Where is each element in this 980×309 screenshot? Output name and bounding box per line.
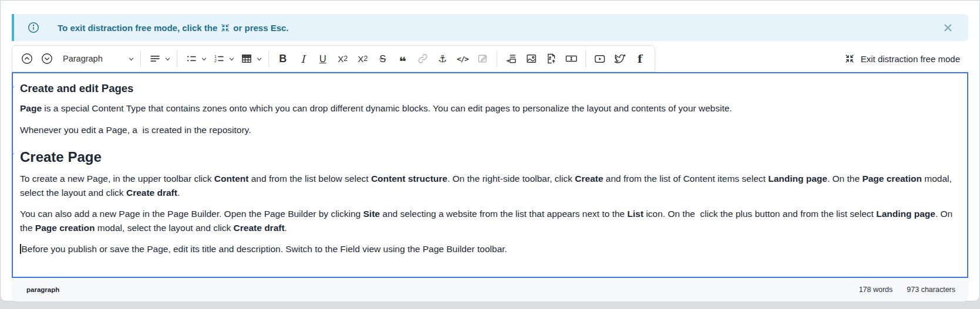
heading-anchor-marker: ¬ [12, 151, 17, 158]
link-button[interactable] [413, 49, 433, 69]
anchor-button[interactable]: ⚓ [433, 49, 453, 69]
insert-table-button[interactable] [237, 49, 257, 69]
block-format-dropdown[interactable]: Paragraph [57, 54, 129, 63]
bulleted-list-button[interactable] [181, 49, 201, 69]
close-x-icon[interactable]: ✕ [940, 21, 955, 35]
move-up-button[interactable] [17, 49, 37, 69]
chevron-down-icon[interactable] [228, 55, 235, 63]
banner-message: To exit distraction free mode, click the… [58, 23, 289, 33]
editor-statusbar: paragraph 178 words 973 characters [12, 278, 968, 301]
banner-message-suffix: or press Esc. [233, 23, 288, 33]
toolbar-separator [585, 50, 586, 67]
block-quote-button[interactable]: ❝ [393, 49, 413, 69]
heading-anchor-marker: ¬ [12, 84, 17, 91]
italic-button[interactable]: I [293, 49, 313, 69]
editor-content[interactable]: ¬Create and edit PagesPage is a special … [12, 72, 968, 278]
formatting-toolbar: Paragraph [12, 45, 655, 72]
toolbar-separator [140, 50, 141, 67]
editor-panel: To exit distraction free mode, click the… [0, 0, 980, 301]
current-block-type: paragraph [26, 286, 59, 293]
numbered-list-button[interactable]: 1 2 [209, 49, 229, 69]
text-caret [20, 244, 21, 254]
distraction-free-banner: To exit distraction free mode, click the… [12, 14, 968, 41]
upload-image-button[interactable] [541, 49, 561, 69]
info-circle-icon [27, 21, 40, 34]
move-down-button[interactable] [37, 49, 57, 69]
toolbar-row: Paragraph [12, 45, 968, 72]
edit-source-button[interactable] [473, 49, 493, 69]
text-alignment-button[interactable] [145, 49, 165, 69]
insert-facebook-button[interactable]: f [630, 49, 650, 69]
chevron-down-icon[interactable] [127, 55, 135, 63]
toolbar-separator [497, 50, 497, 67]
editor-heading: ¬Create and edit Pages [20, 82, 960, 95]
editor-paragraph: You can also add a new Page in the Page … [20, 207, 960, 235]
editor-heading: ¬Create Page [20, 149, 960, 165]
word-character-counts: 178 words 973 characters [859, 286, 955, 294]
editor-paragraph: Page is a special Content Type that cont… [20, 101, 960, 116]
exit-distraction-free-label: Exit distraction free mode [861, 54, 960, 64]
insert-twitter-button[interactable] [610, 49, 630, 69]
compress-arrows-icon [220, 23, 230, 33]
strikethrough-button[interactable]: S [373, 49, 393, 69]
character-count: 973 characters [907, 286, 955, 294]
insert-image-button[interactable] [521, 49, 541, 69]
add-content-block-button[interactable] [501, 49, 521, 69]
toolbar-separator [177, 50, 177, 67]
bold-button[interactable]: B [273, 49, 293, 69]
chevron-down-icon[interactable] [200, 55, 208, 63]
insert-youtube-button[interactable] [590, 49, 610, 69]
svg-text:2: 2 [214, 59, 217, 63]
editor-paragraph: Before you publish or save the Page, edi… [20, 242, 960, 256]
exit-distraction-free-button[interactable]: Exit distraction free mode [844, 53, 968, 64]
superscript-button[interactable]: X2 [353, 49, 373, 69]
compress-arrows-icon [844, 53, 855, 64]
chevron-down-icon[interactable] [255, 55, 263, 63]
chevron-down-icon[interactable] [164, 55, 171, 63]
subscript-button[interactable]: X2 [333, 49, 353, 69]
toolbar-separator [268, 50, 269, 67]
editor-paragraph: Whenever you edit a Page, a is created i… [20, 123, 960, 137]
insert-field-button[interactable] [561, 49, 581, 69]
code-button[interactable]: </> [453, 49, 473, 69]
underline-button[interactable]: U [313, 49, 333, 69]
editor-paragraph: To create a new Page, in the upper toolb… [20, 172, 960, 199]
word-count: 178 words [859, 286, 893, 294]
banner-message-prefix: To exit distraction free mode, click the [58, 23, 217, 33]
